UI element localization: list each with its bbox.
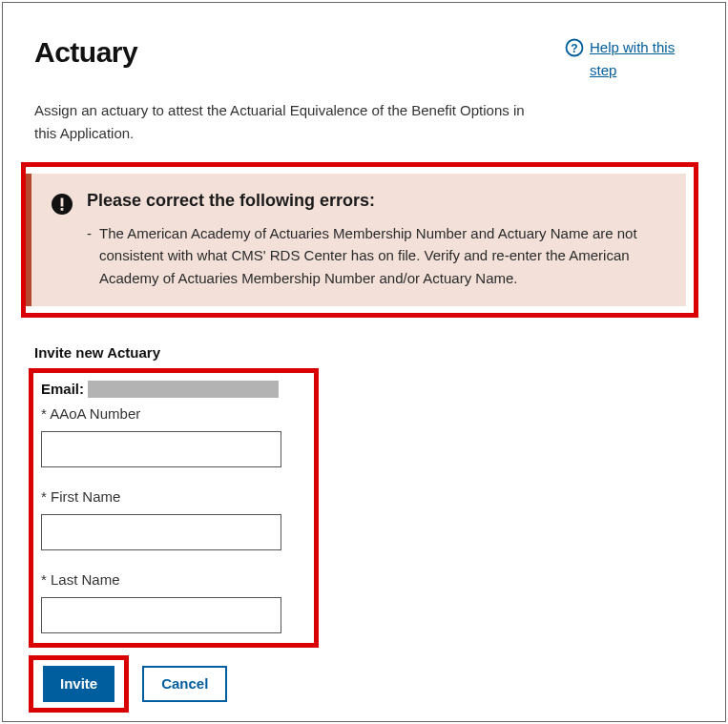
invite-highlight: Invite — [29, 655, 129, 713]
alert-icon — [51, 193, 73, 219]
page-description: Assign an actuary to attest the Actuaria… — [34, 99, 540, 145]
button-row: Invite Cancel — [34, 655, 698, 713]
firstname-input[interactable] — [41, 514, 281, 550]
error-item: - The American Academy of Actuaries Memb… — [87, 222, 665, 289]
svg-rect-3 — [61, 198, 64, 207]
error-dash: - — [87, 222, 92, 289]
firstname-label: * First Name — [41, 488, 301, 505]
form-highlight: Email: * AAoA Number * First Name * Last… — [29, 368, 319, 648]
page-title: Actuary — [34, 36, 137, 69]
email-redacted — [88, 381, 279, 398]
page-container: Actuary ? Help with this step Assign an … — [2, 2, 726, 722]
email-row: Email: — [41, 381, 301, 398]
help-link-text: Help with this step — [590, 36, 698, 82]
error-content: Please correct the following errors: - T… — [87, 191, 665, 289]
invite-button[interactable]: Invite — [43, 666, 114, 702]
header-row: Actuary ? Help with this step — [34, 36, 698, 82]
email-label: Email: — [41, 381, 84, 397]
error-title: Please correct the following errors: — [87, 191, 665, 211]
aaoa-group: * AAoA Number — [41, 405, 301, 467]
svg-rect-4 — [61, 208, 64, 211]
lastname-input[interactable] — [41, 597, 281, 633]
help-link[interactable]: ? Help with this step — [565, 36, 698, 82]
aaoa-input[interactable] — [41, 431, 281, 467]
form-section-title: Invite new Actuary — [34, 344, 698, 361]
lastname-label: * Last Name — [41, 571, 301, 588]
error-item-text: The American Academy of Actuaries Member… — [99, 222, 665, 289]
svg-text:?: ? — [571, 42, 577, 55]
error-banner: Please correct the following errors: - T… — [26, 174, 686, 306]
firstname-group: * First Name — [41, 488, 301, 550]
error-highlight: Please correct the following errors: - T… — [21, 162, 698, 318]
cancel-button[interactable]: Cancel — [142, 666, 227, 702]
aaoa-label: * AAoA Number — [41, 405, 301, 422]
help-icon: ? — [565, 38, 584, 64]
lastname-group: * Last Name — [41, 571, 301, 633]
